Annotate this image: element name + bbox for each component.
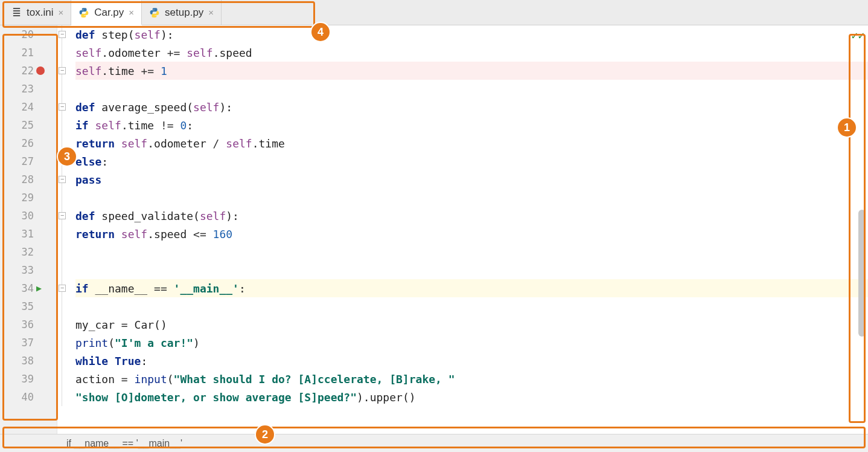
code-line[interactable]: self.time += 1: [75, 62, 868, 80]
gutter-line[interactable]: 25: [0, 116, 57, 134]
line-number-gutter[interactable]: 202122232425262728293031323334▶353637383…: [0, 25, 57, 434]
gutter-line[interactable]: 30: [0, 207, 57, 225]
code-line[interactable]: if self.time != 0:: [75, 116, 868, 134]
gutter-line[interactable]: 20: [0, 25, 57, 44]
code-area[interactable]: ✓✓ def step(self): self.odometer += self…: [57, 25, 868, 434]
gutter-line[interactable]: 34▶: [0, 279, 57, 297]
code-line[interactable]: return self.odometer / self.time: [75, 134, 868, 152]
editor-tab-bar: tox.ini×Car.py×setup.py×: [0, 0, 868, 25]
close-tab-icon[interactable]: ×: [129, 7, 134, 18]
tab-car-py[interactable]: Car.py×: [71, 1, 142, 25]
code-line[interactable]: my_car = Car(): [75, 315, 868, 334]
gutter-line[interactable]: 21: [0, 44, 57, 62]
tab-label: setup.py: [165, 7, 203, 19]
gutter-line[interactable]: 23: [0, 80, 57, 98]
code-line[interactable]: def step(self):: [75, 25, 868, 44]
code-line[interactable]: self.odometer += self.speed: [75, 44, 868, 62]
code-line[interactable]: [75, 80, 868, 98]
code-line[interactable]: [75, 243, 868, 261]
code-line[interactable]: def average_speed(self):: [75, 98, 868, 116]
gutter-line[interactable]: 35: [0, 297, 57, 315]
gutter-line[interactable]: 38: [0, 352, 57, 370]
tab-label: tox.ini: [27, 7, 53, 19]
python-file-icon: [149, 7, 160, 18]
callout-2: 2: [256, 425, 274, 444]
code-line[interactable]: [75, 189, 868, 207]
gutter-line[interactable]: 26: [0, 134, 57, 152]
callout-3: 3: [58, 147, 76, 166]
gutter-line[interactable]: 22: [0, 62, 57, 80]
breadcrumb-bar[interactable]: if __name__ == '__main__': [0, 434, 868, 452]
gutter-line[interactable]: 39: [0, 370, 57, 388]
gutter-line[interactable]: 37: [0, 334, 57, 352]
gutter-line[interactable]: 27: [0, 152, 57, 170]
code-line[interactable]: def speed_validate(self):: [75, 207, 868, 225]
code-line[interactable]: while True:: [75, 352, 868, 370]
code-line[interactable]: "show [O]dometer, or show average [S]pee…: [75, 388, 868, 406]
code-line[interactable]: else:: [75, 152, 868, 170]
code-line[interactable]: pass: [75, 170, 868, 189]
gutter-line[interactable]: 32: [0, 243, 57, 261]
code-line[interactable]: action = input("What should I do? [A]cce…: [75, 370, 868, 388]
close-tab-icon[interactable]: ×: [58, 7, 63, 18]
breadcrumb-text: if __name__ == '__main__': [66, 438, 182, 449]
vertical-scrollbar[interactable]: [858, 59, 867, 445]
gutter-line[interactable]: 36: [0, 315, 57, 334]
tab-tox-ini[interactable]: tox.ini×: [4, 0, 71, 25]
gutter-line[interactable]: 29: [0, 189, 57, 207]
gutter-line[interactable]: 33: [0, 261, 57, 279]
callout-4: 4: [311, 23, 330, 41]
code-line[interactable]: [75, 261, 868, 279]
run-gutter-icon[interactable]: ▶: [36, 283, 42, 294]
python-file-icon: [78, 7, 89, 18]
code-line[interactable]: [75, 297, 868, 315]
tab-setup-py[interactable]: setup.py×: [142, 0, 222, 25]
gutter-line[interactable]: 28: [0, 170, 57, 189]
breakpoint-icon[interactable]: [36, 66, 45, 75]
code-line[interactable]: print("I'm a car!"): [75, 334, 868, 352]
code-line[interactable]: return self.speed <= 160: [75, 225, 868, 243]
ini-file-icon: [11, 7, 22, 18]
editor-area: 202122232425262728293031323334▶353637383…: [0, 25, 868, 434]
code-line[interactable]: if __name__ == '__main__':: [75, 279, 868, 297]
tab-label: Car.py: [94, 7, 124, 19]
gutter-line[interactable]: 40: [0, 388, 57, 406]
gutter-line[interactable]: 24: [0, 98, 57, 116]
gutter-line[interactable]: 31: [0, 225, 57, 243]
callout-1: 1: [838, 118, 856, 137]
scroll-thumb[interactable]: [858, 210, 866, 337]
close-tab-icon[interactable]: ×: [208, 7, 214, 18]
